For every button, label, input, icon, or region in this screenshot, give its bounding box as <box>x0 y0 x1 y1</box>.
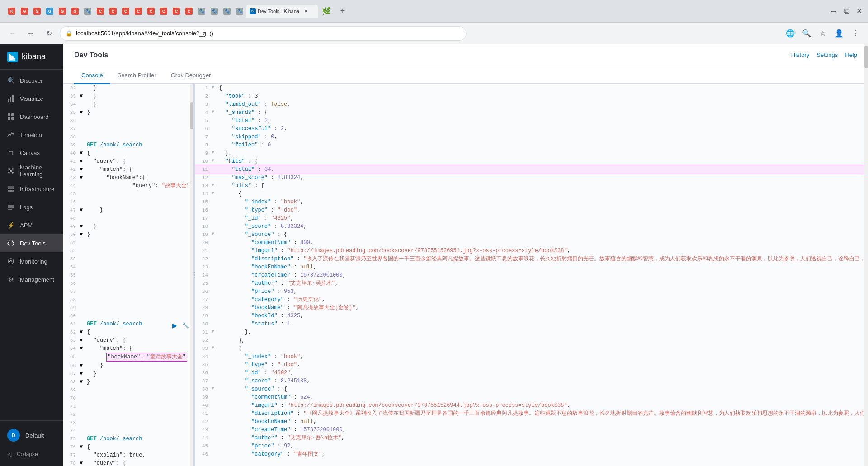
infrastructure-icon <box>7 185 14 193</box>
json-line-26: 26 "price" : 953, <box>195 287 868 296</box>
tab-13[interactable]: C <box>157 5 170 18</box>
translate-icon[interactable]: 🌐 <box>783 26 797 41</box>
sidebar-item-logs-label: Logs <box>20 204 33 211</box>
request-editor[interactable]: 32 } 33▼ } 34 } 35▼} 36 37 38 39GET /boo… <box>63 84 193 466</box>
reload-button[interactable]: ↻ <box>42 26 56 41</box>
sidebar-item-management[interactable]: ⚙ Management <box>0 270 63 288</box>
tab-3[interactable]: G <box>31 5 43 18</box>
code-line-37: 37 <box>63 125 193 133</box>
bookmark-icon[interactable]: ☆ <box>816 26 830 41</box>
sidebar-item-discover[interactable]: 🔍 Discover <box>0 71 63 89</box>
svg-line-14 <box>11 169 13 171</box>
tab-10[interactable]: C <box>119 5 132 18</box>
sidebar-item-apm[interactable]: ⚡ APM <box>0 216 63 234</box>
tab-5[interactable]: G <box>56 5 69 18</box>
close-button[interactable]: ✕ <box>854 6 864 17</box>
left-panel-scrollbar[interactable] <box>190 84 193 466</box>
tab-19[interactable]: 🐾 <box>233 5 246 18</box>
sidebar-item-visualize[interactable]: Visualize <box>0 89 63 108</box>
visualize-icon <box>7 95 14 102</box>
editor-panels: 32 } 33▼ } 34 } 35▼} 36 37 38 39GET /boo… <box>63 84 868 466</box>
menu-icon[interactable]: ⋮ <box>848 26 863 41</box>
svg-line-16 <box>11 171 13 173</box>
sidebar-item-canvas-label: Canvas <box>20 150 40 156</box>
response-editor[interactable]: 1▼{ 2 "took" : 3, 3 "timed_out" : false,… <box>195 84 868 466</box>
svg-rect-18 <box>8 188 14 189</box>
code-line-63: 63▼ "query": { <box>63 336 193 344</box>
json-line-24: 24 "createTime" : 1573722001000, <box>195 271 868 279</box>
sidebar-item-monitoring[interactable]: Monitoring <box>0 252 63 270</box>
json-line-45: 45 "price" : 92, <box>195 442 868 450</box>
code-line-55: 55 <box>63 271 193 279</box>
right-panel-scrollbar[interactable] <box>864 84 868 466</box>
json-line-19: 19▼ "_source" : { <box>195 231 868 239</box>
window-controls: ─ ⧉ ✕ <box>828 6 864 17</box>
json-line-2: 2 "took" : 3, <box>195 92 868 100</box>
json-line-8: 8 "failed" : 0 <box>195 141 868 149</box>
tab-8[interactable]: C <box>94 5 107 18</box>
logs-icon <box>7 203 14 211</box>
tab-2[interactable]: G <box>18 5 31 18</box>
tab-grok-debugger[interactable]: Grok Debugger <box>164 67 218 84</box>
dashboard-icon <box>7 113 14 120</box>
monitoring-icon <box>7 258 14 265</box>
tab-14[interactable]: C <box>170 5 183 18</box>
tab-16[interactable]: 🐾 <box>195 5 208 18</box>
sidebar-item-dashboard[interactable]: Dashboard <box>0 108 63 126</box>
sidebar-item-discover-label: Discover <box>20 77 43 84</box>
code-line-53: 53 <box>63 255 193 263</box>
code-line-57: 57 <box>63 287 193 296</box>
code-line-58: 58 <box>63 296 193 304</box>
minimize-button[interactable]: ─ <box>828 6 839 17</box>
tab-15[interactable]: C <box>183 5 195 18</box>
tab-9[interactable]: C <box>107 5 119 18</box>
tab-17[interactable]: 🐾 <box>208 5 221 18</box>
tab-leaf[interactable]: 🌿 <box>318 5 336 18</box>
zoom-icon[interactable]: 🔍 <box>799 26 814 41</box>
sidebar-item-infrastructure[interactable]: Infrastructure <box>0 180 63 198</box>
code-line-32: 32 } <box>63 84 193 92</box>
tab-4[interactable]: G <box>43 5 56 18</box>
sidebar-item-ml[interactable]: Machine Learning <box>0 162 63 180</box>
address-bar-actions: 🌐 🔍 ☆ 👤 ⋮ <box>783 26 863 41</box>
code-line-67: 67▼ } <box>63 370 193 378</box>
json-line-5: 5 "total" : 2, <box>195 117 868 125</box>
tab-console[interactable]: Console <box>74 67 110 84</box>
discover-icon: 🔍 <box>7 77 14 84</box>
tab-search-profiler[interactable]: Search Profiler <box>110 67 164 84</box>
code-line-40: 40▼{ <box>63 149 193 157</box>
sidebar-item-logs[interactable]: Logs <box>0 198 63 216</box>
sidebar-item-canvas[interactable]: ◻ Canvas <box>0 144 63 162</box>
maximize-button[interactable]: ⧉ <box>841 6 852 17</box>
sidebar-user[interactable]: D Default <box>0 424 63 446</box>
tab-close-icon[interactable]: ✕ <box>302 8 309 15</box>
run-button[interactable]: ▶ <box>170 321 179 330</box>
json-line-35: 35 "_type" : "_doc", <box>195 361 868 369</box>
code-line-65: 65 "bookName": "童话故事大全" <box>63 353 193 362</box>
add-tab-button[interactable]: + <box>336 5 349 18</box>
tab-6[interactable]: G <box>69 5 81 18</box>
tab-12[interactable]: C <box>145 5 157 18</box>
account-icon[interactable]: 👤 <box>832 26 846 41</box>
forward-button[interactable]: → <box>24 26 38 41</box>
history-link[interactable]: History <box>791 52 809 58</box>
sidebar-item-timelion[interactable]: Timelion <box>0 126 63 144</box>
browser-chrome: K G G G G G 🐾 C C C C C <box>0 0 868 23</box>
address-bar[interactable]: 🔒 localhost:5601/app/kibana#/dev_tools/c… <box>60 26 467 41</box>
tab-11[interactable]: C <box>132 5 145 18</box>
tab-1[interactable]: K <box>5 5 18 18</box>
sidebar-item-devtools[interactable]: Dev Tools <box>0 234 63 252</box>
scrollbar-thumb <box>190 102 193 129</box>
settings-link[interactable]: Settings <box>816 52 838 58</box>
tab-7[interactable]: 🐾 <box>81 5 94 18</box>
code-line-46: 46 <box>63 198 193 206</box>
collapse-button[interactable]: ◁ Collapse <box>0 446 63 462</box>
svg-rect-5 <box>11 113 14 116</box>
code-line-34: 34 } <box>63 100 193 108</box>
code-line-78: 78▼ "query": { <box>63 459 193 466</box>
tab-kibana-active[interactable]: K Dev Tools - Kibana ✕ <box>246 5 318 18</box>
help-link[interactable]: Help <box>845 52 857 58</box>
tab-18[interactable]: 🐾 <box>221 5 233 18</box>
back-button[interactable]: ← <box>5 26 20 41</box>
wrench-button[interactable]: 🔧 <box>181 321 190 330</box>
